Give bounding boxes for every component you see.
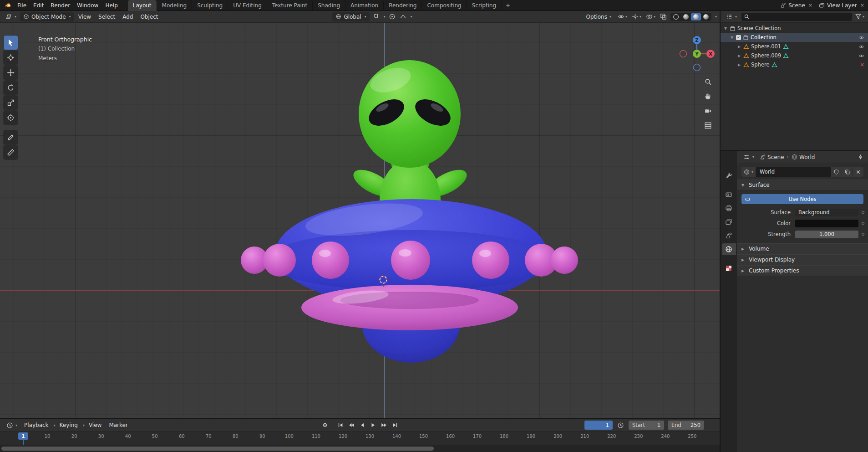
outliner-search-input[interactable] bbox=[741, 13, 852, 21]
expand-caret-icon[interactable]: ▼ bbox=[730, 36, 734, 40]
zoom-button[interactable] bbox=[703, 77, 713, 87]
pin-id-button[interactable] bbox=[857, 154, 864, 160]
workspace-tab-scripting[interactable]: Scripting bbox=[467, 0, 502, 11]
start-frame-field[interactable]: Start 1 bbox=[629, 421, 664, 430]
xray-toggle[interactable] bbox=[659, 13, 668, 20]
view-layer-selector[interactable]: View Layer × bbox=[819, 2, 864, 9]
shading-dropdown[interactable]: ▾ bbox=[715, 15, 717, 19]
menu-add[interactable]: Add bbox=[119, 13, 136, 21]
tab-scene-properties[interactable] bbox=[722, 230, 736, 241]
menu-file[interactable]: File bbox=[14, 1, 30, 10]
outliner-row-sphere-009[interactable]: ▶ Sphere.009 bbox=[721, 51, 868, 60]
unlink-world-button[interactable] bbox=[853, 167, 863, 177]
outliner-row-scene-collection[interactable]: ▼ Scene Collection bbox=[721, 24, 868, 33]
menu-view[interactable]: View bbox=[75, 13, 94, 21]
snapping-toggle[interactable] bbox=[372, 13, 381, 20]
outliner-row-collection[interactable]: ▼ ✓ Collection bbox=[721, 33, 868, 42]
tab-tool-properties[interactable] bbox=[722, 170, 736, 181]
move-tool[interactable] bbox=[4, 66, 18, 80]
hide-in-viewport-eye-icon[interactable] bbox=[858, 44, 864, 50]
tab-output-properties[interactable] bbox=[722, 202, 736, 214]
tab-view-layer-properties[interactable] bbox=[722, 216, 736, 228]
menu-edit[interactable]: Edit bbox=[30, 1, 47, 10]
world-name-field[interactable]: World bbox=[756, 167, 831, 177]
viewport-display-panel-header[interactable]: ▶ Viewport Display bbox=[737, 254, 868, 265]
current-frame-field[interactable]: 1 bbox=[584, 421, 613, 430]
ortho-toggle-button[interactable] bbox=[703, 120, 713, 130]
workspace-tab-uv-editing[interactable]: UV Editing bbox=[228, 0, 267, 11]
use-nodes-button[interactable]: Use Nodes bbox=[741, 194, 863, 204]
hide-in-viewport-eye-icon[interactable] bbox=[858, 53, 864, 59]
new-world-button[interactable] bbox=[842, 167, 853, 177]
workspace-tab-sculpting[interactable]: Sculpting bbox=[192, 0, 228, 11]
proportional-falloff-button[interactable] bbox=[399, 13, 407, 20]
color-swatch-field[interactable] bbox=[795, 220, 858, 227]
outliner-filter-button[interactable]: ▾ bbox=[854, 13, 865, 20]
end-frame-field[interactable]: End 250 bbox=[668, 421, 704, 430]
browse-world-button[interactable]: ▾ bbox=[741, 167, 756, 177]
playhead-line[interactable] bbox=[23, 440, 24, 445]
expand-caret-icon[interactable]: ▶ bbox=[737, 45, 741, 49]
prev-keyframe-button[interactable] bbox=[346, 421, 356, 430]
view-layer-remove-button[interactable]: × bbox=[860, 2, 864, 8]
jump-to-start-button[interactable] bbox=[335, 421, 345, 430]
next-keyframe-button[interactable] bbox=[379, 421, 389, 430]
volume-panel-header[interactable]: ▶ Volume bbox=[737, 243, 868, 254]
viewport-canvas[interactable] bbox=[0, 23, 720, 418]
shading-wireframe-button[interactable] bbox=[671, 13, 681, 21]
shading-rendered-button[interactable] bbox=[701, 13, 711, 21]
outliner-row-sphere-001[interactable]: ▶ Sphere.001 bbox=[721, 42, 868, 51]
object-visibility-dropdown[interactable]: ▾ bbox=[617, 13, 628, 20]
add-workspace-button[interactable]: + bbox=[502, 0, 514, 11]
jump-to-end-button[interactable] bbox=[390, 421, 400, 430]
tab-render-properties[interactable] bbox=[722, 189, 736, 200]
surface-type-dropdown[interactable]: Background bbox=[795, 209, 858, 216]
expand-caret-icon[interactable]: ▼ bbox=[723, 26, 728, 31]
workspace-tab-layout[interactable]: Layout bbox=[128, 0, 157, 11]
menu-render[interactable]: Render bbox=[47, 1, 73, 10]
menu-playback[interactable]: Playback bbox=[21, 421, 52, 429]
expand-caret-icon[interactable]: ▶ bbox=[737, 63, 741, 67]
menu-select[interactable]: Select bbox=[95, 13, 118, 21]
menu-timeline-view[interactable]: View bbox=[86, 421, 105, 429]
outliner-editor-type-button[interactable]: ▾ bbox=[723, 12, 740, 21]
mode-selector[interactable]: Object Mode ▾ bbox=[20, 12, 74, 21]
transform-orientation-dropdown[interactable]: Global ▾ bbox=[332, 12, 369, 21]
select-box-tool[interactable] bbox=[4, 36, 18, 50]
scene-selector[interactable]: Scene × bbox=[780, 2, 812, 9]
breadcrumb-scene[interactable]: Scene bbox=[760, 154, 784, 160]
menu-object[interactable]: Object bbox=[137, 13, 161, 21]
fake-user-button[interactable] bbox=[831, 167, 842, 177]
menu-keying[interactable]: Keying bbox=[56, 421, 81, 429]
measure-tool[interactable] bbox=[4, 145, 18, 159]
scale-tool[interactable] bbox=[4, 96, 18, 110]
breadcrumb-world[interactable]: World bbox=[792, 154, 815, 160]
preview-range-toggle[interactable] bbox=[616, 422, 625, 429]
scene-unlink-button[interactable]: × bbox=[808, 2, 812, 8]
snapping-dropdown[interactable]: ▾ bbox=[384, 15, 386, 19]
overlays-dropdown[interactable]: ▾ bbox=[645, 13, 656, 20]
play-reverse-button[interactable] bbox=[357, 421, 367, 430]
proportional-editing-toggle[interactable] bbox=[388, 13, 396, 20]
workspace-tab-animation[interactable]: Animation bbox=[345, 0, 384, 11]
menu-help[interactable]: Help bbox=[102, 1, 121, 10]
workspace-tab-compositing[interactable]: Compositing bbox=[422, 0, 467, 11]
shading-solid-button[interactable] bbox=[681, 13, 691, 21]
menu-marker[interactable]: Marker bbox=[106, 421, 131, 429]
workspace-tab-rendering[interactable]: Rendering bbox=[384, 0, 422, 11]
tab-world-properties[interactable] bbox=[722, 243, 736, 255]
play-button[interactable] bbox=[368, 421, 378, 430]
blender-menu-button[interactable] bbox=[2, 2, 14, 9]
transform-tool[interactable] bbox=[4, 111, 18, 125]
scrollbar-thumb[interactable] bbox=[1, 447, 434, 451]
editor-type-button[interactable]: ▾ bbox=[3, 12, 19, 21]
timeline-track-area[interactable] bbox=[0, 440, 720, 445]
navigation-gizmo[interactable]: Z X Y bbox=[678, 35, 716, 73]
viewport[interactable]: Front Orthographic (1) Collection Meters bbox=[0, 23, 720, 418]
timeline-scrollbar[interactable] bbox=[0, 445, 720, 452]
pan-button[interactable] bbox=[703, 91, 713, 101]
timeline-ruler-ticks[interactable]: 1 11020304050607080901001101201301401501… bbox=[0, 431, 720, 440]
properties-editor-type-button[interactable]: ▾ bbox=[741, 153, 757, 161]
camera-view-button[interactable] bbox=[703, 106, 713, 116]
outliner-row-sphere[interactable]: ▶ Sphere × bbox=[721, 60, 868, 69]
